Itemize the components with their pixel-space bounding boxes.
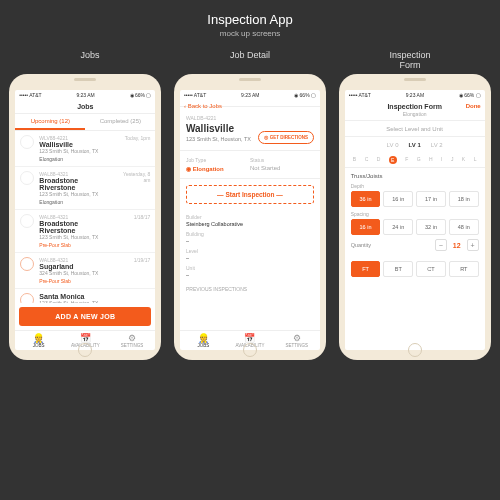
alpha-k[interactable]: K	[462, 156, 465, 164]
status-bar: ••••• AT&T 9:23 AM ◉ 66% ▢	[180, 90, 320, 100]
alpha-l[interactable]: L	[474, 156, 477, 164]
level-picker[interactable]: LV 0 LV 1 LV 2	[345, 137, 485, 153]
tab-jobs[interactable]: 👷JOBS	[180, 331, 227, 350]
unit-label: Unit	[186, 265, 314, 271]
hardhat-icon: 👷	[180, 334, 227, 343]
alpha-h[interactable]: H	[429, 156, 433, 164]
unit-bt[interactable]: BT	[383, 261, 413, 277]
tab-upcoming[interactable]: Upcoming (12)	[15, 114, 85, 130]
alpha-f[interactable]: F	[405, 156, 408, 164]
job-name: Wallisville	[39, 141, 115, 148]
level-label: Level	[186, 248, 314, 254]
spacing-48[interactable]: 48 in	[449, 219, 479, 235]
level-option[interactable]: LV 0	[387, 142, 399, 148]
gear-icon: ⚙	[109, 334, 156, 343]
builder-value: Steinberg Collaborative	[186, 221, 314, 227]
form-navbar: Inspection Form Elongation Done	[345, 100, 485, 121]
job-row[interactable]: WAL88-4321 Broadstone Riverstone 123 Smi…	[15, 210, 155, 253]
status-label: Status	[250, 157, 314, 163]
status-bar: ••••• AT&T 9:23 AM ◉ 66% ▢	[15, 90, 155, 100]
job-type-icon	[20, 293, 34, 303]
alpha-g[interactable]: G	[417, 156, 421, 164]
tab-settings[interactable]: ⚙SETTINGS	[273, 331, 320, 350]
detail-header: WALDB-4221 Wallisville 123 Smith St, Hou…	[180, 107, 320, 151]
form-title: Inspection Form	[349, 103, 481, 110]
alpha-i[interactable]: I	[441, 156, 442, 164]
tab-bar: 👷JOBS 📅AVAILABILITY ⚙SETTINGS	[15, 330, 155, 350]
unit-ft[interactable]: FT	[351, 261, 381, 277]
job-type-icon	[20, 135, 34, 149]
form-screen: ••••• AT&T 9:23 AM ◉ 66% ▢ Inspection Fo…	[345, 90, 485, 350]
quantity-label: Quantity	[351, 242, 371, 248]
alpha-j[interactable]: J	[451, 156, 454, 164]
alpha-c[interactable]: C	[365, 156, 369, 164]
depth-36[interactable]: 36 in	[351, 191, 381, 207]
spacing-chips: 16 in 24 in 32 in 48 in	[351, 219, 479, 235]
select-level-label: Select Level and Unit	[345, 121, 485, 137]
tab-settings[interactable]: ⚙SETTINGS	[109, 331, 156, 350]
qty-plus-button[interactable]: +	[467, 239, 479, 251]
tab-availability[interactable]: 📅AVAILABILITY	[62, 331, 109, 350]
job-row[interactable]: WAL88-4321 Sugarland 324 Smith St, Houst…	[15, 253, 155, 289]
job-name: Broadstone Riverstone	[39, 177, 115, 191]
job-address: 123 Smith St, Houston, TX	[39, 300, 150, 303]
spacing-label: Spacing	[351, 211, 479, 217]
spacing-32[interactable]: 32 in	[416, 219, 446, 235]
status-battery: ◉ 66% ▢	[130, 92, 152, 98]
jobs-navbar: Jobs	[15, 100, 155, 114]
level-option[interactable]: LV 2	[431, 142, 443, 148]
jobs-title: Jobs	[77, 103, 93, 110]
status-time: 9:23 AM	[241, 92, 259, 98]
label-form: InspectionForm	[335, 50, 485, 70]
job-type-icon	[20, 171, 34, 185]
job-address: 324 Smith St, Houston, TX	[39, 270, 115, 276]
tab-label: JOBS	[15, 343, 62, 348]
jobtype-label: Job Type	[186, 157, 250, 163]
tab-label: JOBS	[180, 343, 227, 348]
get-directions-button[interactable]: ◎ GET DIRECTIONS	[258, 131, 314, 144]
tab-label: SETTINGS	[109, 343, 156, 348]
job-name: Broadstone Riverstone	[39, 220, 115, 234]
job-type: Elongation	[39, 156, 115, 162]
job-type: Pre-Pour Slab	[39, 278, 115, 284]
job-row[interactable]: WLV88-4221 Wallisville 123 Smith St, Hou…	[15, 131, 155, 167]
add-job-button[interactable]: ADD A NEW JOB	[19, 307, 151, 326]
job-row[interactable]: Santa Monica 123 Smith St, Houston, TX F…	[15, 289, 155, 303]
status-battery: ◉ 66% ▢	[294, 92, 316, 98]
alpha-d[interactable]: D	[377, 156, 381, 164]
form-subtitle: Elongation	[349, 111, 481, 117]
unit-chips: FT BT CT RT	[351, 261, 479, 277]
jobtype-status-row: Job Type ◉ Elongation Status Not Started	[180, 151, 320, 179]
tab-completed[interactable]: Completed (25)	[85, 114, 155, 130]
spacing-24[interactable]: 24 in	[383, 219, 413, 235]
detail-id: WALDB-4221	[186, 115, 314, 121]
detail-meta: Builder Steinberg Collaborative Building…	[180, 210, 320, 282]
unit-rt[interactable]: RT	[449, 261, 479, 277]
start-inspection-button[interactable]: — Start Inspection —	[186, 185, 314, 204]
page-title: Inspection App	[0, 12, 500, 27]
job-row[interactable]: WAL88-4321 Broadstone Riverstone 123 Smi…	[15, 167, 155, 210]
tab-label: AVAILABILITY	[227, 343, 274, 348]
detail-navbar: ‹ Back to Jobs	[180, 100, 320, 107]
unit-alpha-picker[interactable]: B C D E F G H I J K L	[345, 153, 485, 168]
alpha-e-selected[interactable]: E	[389, 156, 397, 164]
calendar-icon: 📅	[227, 334, 274, 343]
tab-availability[interactable]: 📅AVAILABILITY	[227, 331, 274, 350]
status-time: 9:23 AM	[76, 92, 94, 98]
spacing-16[interactable]: 16 in	[351, 219, 381, 235]
jobs-list[interactable]: WLV88-4221 Wallisville 123 Smith St, Hou…	[15, 131, 155, 303]
job-date: 1/19/17	[120, 257, 150, 284]
status-value: Not Started	[250, 165, 314, 171]
level-option-selected[interactable]: LV 1	[409, 142, 421, 148]
depth-18[interactable]: 18 in	[449, 191, 479, 207]
alpha-b[interactable]: B	[353, 156, 356, 164]
depth-17[interactable]: 17 in	[416, 191, 446, 207]
unit-ct[interactable]: CT	[416, 261, 446, 277]
done-button[interactable]: Done	[466, 103, 481, 109]
tab-jobs[interactable]: 👷JOBS	[15, 331, 62, 350]
phone-jobs: ••••• AT&T 9:23 AM ◉ 66% ▢ Jobs Upcoming…	[9, 74, 161, 360]
depth-16[interactable]: 16 in	[383, 191, 413, 207]
qty-minus-button[interactable]: −	[435, 239, 447, 251]
builder-label: Builder	[186, 214, 314, 220]
level-value: –	[186, 255, 314, 261]
